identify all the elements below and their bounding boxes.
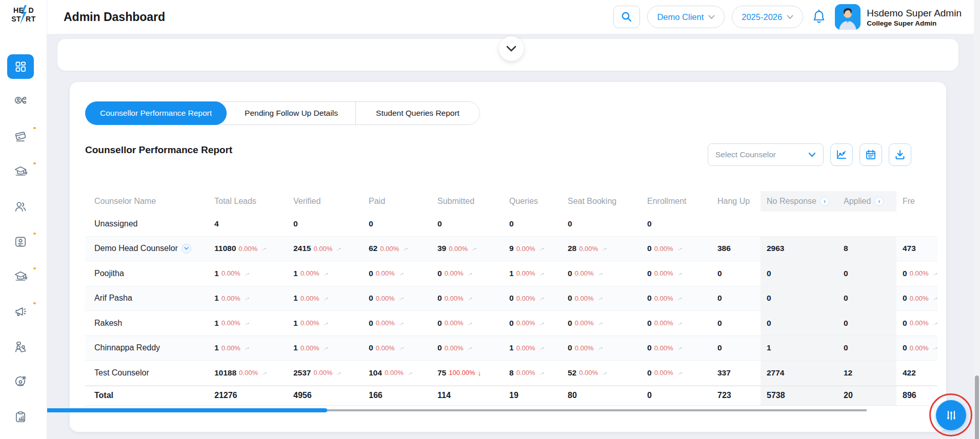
trend-arrow-icon: → [674,318,684,328]
cell-queries: 80.00%→ [503,361,562,385]
cell-queries: 10.00%→ [503,336,562,361]
cell-fre: 422 [896,361,937,385]
trend-arrow-icon: → [929,292,937,303]
value: 1 [293,269,298,278]
horizontal-scrollbar-thumb[interactable] [24,408,327,412]
table-row-demo-head-counselor: Demo Head Counselor110800.00%→24150.00%→… [85,237,937,262]
tab-counsellor-performance-report[interactable]: Counsellor Performance Report [85,101,227,125]
trend-arrow-icon: → [395,318,406,328]
cell-queries: 0 [503,212,562,236]
sidebar-item-user-settings[interactable] [8,369,39,394]
percent-change: 0.00% [516,369,535,377]
chart-view-button[interactable] [830,143,853,166]
cell-applied: 20 [837,386,896,405]
applied-info-icon[interactable]: › [874,197,884,206]
value: 0 [369,219,373,228]
value: 0 [293,219,298,228]
value: 0 [647,219,652,228]
percent-change: 0.00% [579,369,598,377]
sidebar-item-users[interactable] [8,194,39,219]
sidebar-item-counselor-org[interactable] [8,90,39,114]
filter-fab-button[interactable] [936,400,966,430]
client-dropdown[interactable]: Demo Client [647,6,725,28]
download-button[interactable] [889,143,911,166]
id-card-icon [14,235,27,248]
value: 11080 [214,244,236,253]
tab-student-queries-report[interactable]: Student Queries Report [355,102,479,124]
column-header-verified: Verified [287,191,363,212]
counselor-name: Demo Head Counselor [94,244,178,253]
column-label: Seat Booking [568,197,616,206]
value: 0 [369,319,373,328]
percent-change: 0.00% [301,269,319,277]
cell-counselor-name: Unassigned [85,212,208,236]
cell-verified: 10.00%→ [287,286,363,311]
value: 1 [214,294,219,303]
value: 1 [214,269,219,278]
sidebar-item-reports-clipboard[interactable] [8,405,39,429]
value: 0 [369,343,373,352]
tab-pending-follow-up-details[interactable]: Pending Follow Up Details [227,102,355,124]
percent-change: 0.00% [654,369,673,377]
percent-change: 0.00% [575,295,594,302]
sidebar-item-id-card[interactable] [8,229,39,254]
user-settings-icon [14,375,27,388]
sidebar-item-graduation-programs[interactable] [8,264,39,289]
value: 1 [293,319,298,328]
value: 1 [293,294,298,303]
expand-row-chevron[interactable] [182,244,191,254]
notification-dot [33,162,36,164]
trend-arrow-icon: → [395,268,406,279]
value: 5738 [767,391,785,400]
cell-submitted: 390.00%→ [431,237,503,261]
sidebar-item-people-group[interactable] [8,335,39,359]
user-menu[interactable]: Hsdemo Super Admin College Super Admin [835,4,962,30]
cell-paid: 00.00%→ [363,261,431,286]
trend-arrow-icon: → [674,292,684,303]
table-row-arif-pasha: Arif Pasha10.00%→10.00%→00.00%→00.00%→00… [85,286,937,311]
value: 39 [437,244,446,253]
sidebar-item-announcements[interactable] [8,299,39,324]
trend-arrow-icon: → [400,243,410,254]
headstart-logo[interactable]: HED STRT [0,6,47,24]
table-header-row: Counselor NameTotal LeadsVerifiedPaidSub… [85,191,937,212]
collapse-toggle-button[interactable] [499,36,524,61]
search-button[interactable] [613,6,640,28]
vertical-scrollbar-track[interactable] [974,0,980,439]
academic-year-dropdown[interactable]: 2025-2026 [732,6,803,28]
cell-enrollment: 00.00%→ [641,336,711,361]
cell-counselor-name: Poojitha [85,261,208,286]
value: 8 [844,244,848,253]
cell-enrollment: 00.00%→ [641,311,711,336]
cell-no_response: 5738 [761,386,837,405]
cell-no_response: 2774 [761,361,837,385]
card-swipe-icon [14,130,27,143]
cell-no_response: 0 [761,261,837,286]
cell-seat_booking: 280.00%→ [562,237,641,261]
percent-change: 0.00% [313,369,332,377]
no_response-info-icon[interactable]: › [820,197,829,206]
cell-applied [837,212,896,236]
chevron-down-icon [808,152,816,157]
value: 21276 [214,391,237,400]
vertical-scrollbar-thumb[interactable] [975,375,979,439]
counselor-name: Arif Pasha [94,294,132,303]
trend-arrow-icon: → [259,367,269,378]
trend-arrow-icon: → [258,243,269,254]
top-bar: Admin Dashboard Demo Client 2025-2026 [47,0,974,34]
notifications-button[interactable] [810,9,828,25]
cell-total_leads: 110800.00%→ [208,237,287,261]
cell-hang_up: 0 [711,286,761,311]
value: 0 [647,368,652,378]
value: 0 [647,294,652,303]
select-counselor-dropdown[interactable]: Select Counselor [708,143,824,166]
chevron-down-icon [506,46,516,52]
cell-seat_booking: 00.00%→ [562,336,641,361]
sidebar-item-dashboard[interactable] [7,54,34,79]
sidebar-item-card-swipe[interactable] [8,124,39,149]
table-row-test-counselor: Test Counselor101880.00%→25370.00%→1040.… [85,361,937,386]
percent-change: 0.00% [222,269,241,277]
sidebar-item-graduation-courses[interactable] [8,159,39,184]
date-range-button[interactable] [859,143,882,166]
value: 0 [717,294,722,303]
